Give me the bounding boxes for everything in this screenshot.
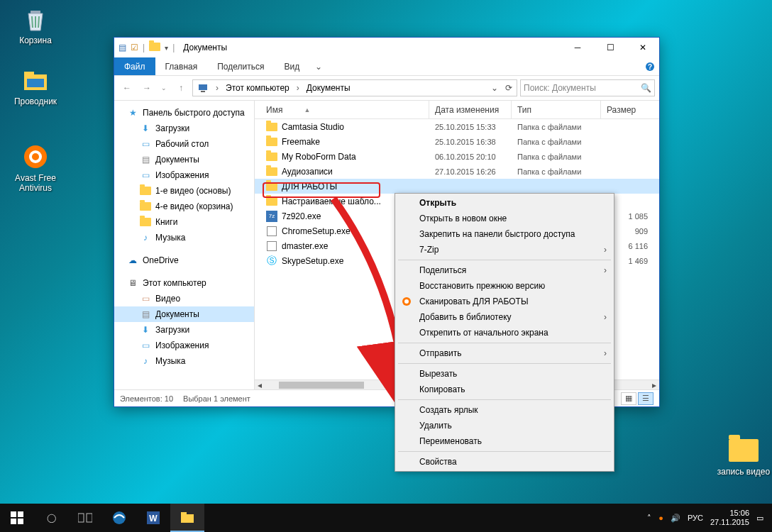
qa-icon-check[interactable]: ☑ bbox=[131, 43, 138, 52]
sidebar-item-music-pc[interactable]: ♪Музыка bbox=[114, 353, 254, 369]
svg-rect-15 bbox=[11, 519, 16, 524]
context-menu-item[interactable]: Добавить в библиотеку› bbox=[397, 309, 612, 325]
chevron-right-icon[interactable]: › bbox=[216, 83, 219, 93]
up-button[interactable]: ↑ bbox=[172, 79, 189, 96]
sidebar-item-music[interactable]: ♪Музыка bbox=[114, 230, 254, 245]
tray-volume-icon[interactable]: 🔊 bbox=[671, 514, 680, 523]
scroll-thumb[interactable] bbox=[279, 382, 364, 389]
minimize-button[interactable]: ─ bbox=[561, 38, 594, 57]
sidebar-item-folder[interactable]: Книги bbox=[114, 214, 254, 230]
tab-view[interactable]: Вид bbox=[274, 57, 309, 75]
tray-chevron-up-icon[interactable]: ˄ bbox=[647, 514, 651, 523]
sidebar-item-documents[interactable]: ▤Документы bbox=[114, 152, 254, 167]
context-menu-item[interactable]: Копировать bbox=[397, 382, 612, 397]
scroll-right-icon[interactable]: ▸ bbox=[649, 380, 659, 390]
tab-file[interactable]: Файл bbox=[114, 57, 155, 75]
file-icon bbox=[266, 166, 277, 177]
scroll-left-icon[interactable]: ◂ bbox=[255, 380, 265, 390]
context-menu-item[interactable]: Поделиться› bbox=[397, 262, 612, 278]
taskbar-edge-icon[interactable] bbox=[102, 504, 136, 532]
file-icon bbox=[266, 196, 277, 207]
tab-share[interactable]: Поделиться bbox=[207, 57, 274, 75]
desktop-icon-video-folder[interactable]: запись видео bbox=[717, 436, 771, 477]
desktop-icon-explorer[interactable]: Проводник bbox=[9, 65, 62, 106]
breadcrumb-item[interactable]: Документы bbox=[304, 83, 353, 93]
table-row[interactable]: Camtasia Studio25.10.2015 15:33Папка с ф… bbox=[255, 119, 659, 134]
maximize-button[interactable]: ☐ bbox=[594, 38, 627, 57]
sidebar-item-downloads[interactable]: ⬇Загрузки bbox=[114, 121, 254, 136]
column-type[interactable]: Тип bbox=[512, 101, 601, 118]
tray-notifications-icon[interactable]: ▭ bbox=[756, 514, 763, 523]
tray-lang[interactable]: РУС bbox=[688, 514, 703, 522]
table-row[interactable]: Freemake25.10.2015 16:38Папка с файлами bbox=[255, 134, 659, 149]
context-menu-item[interactable]: Открыть bbox=[397, 195, 612, 211]
taskbar-taskview-icon[interactable] bbox=[68, 504, 102, 532]
column-size[interactable]: Размер bbox=[601, 101, 659, 118]
sidebar-item-desktop[interactable]: ▭Рабочий стол bbox=[114, 136, 254, 152]
table-row[interactable]: ДЛЯ РАБОТЫ bbox=[255, 179, 659, 194]
help-icon[interactable]: ? bbox=[641, 57, 659, 75]
context-menu-item-label: Закрепить на панели быстрого доступа bbox=[419, 229, 575, 239]
sidebar-item-folder[interactable]: 1-е видео (основы) bbox=[114, 183, 254, 199]
back-button[interactable]: ← bbox=[118, 79, 136, 96]
context-menu-item[interactable]: Удалить bbox=[397, 418, 612, 433]
ribbon-expand-icon[interactable]: ⌄ bbox=[309, 57, 328, 75]
context-menu-item[interactable]: Отправить› bbox=[397, 345, 612, 361]
view-details-button[interactable]: ☰ bbox=[638, 392, 654, 405]
file-name: Аудиозаписи bbox=[282, 167, 333, 177]
sidebar-item-pictures-pc[interactable]: ▭Изображения bbox=[114, 338, 254, 353]
sidebar-item-downloads-pc[interactable]: ⬇Загрузки bbox=[114, 322, 254, 338]
start-button[interactable] bbox=[0, 504, 34, 532]
titlebar[interactable]: ▤ ☑ | ▾ | Документы ─ ☐ ✕ bbox=[114, 38, 659, 57]
folder-icon bbox=[140, 185, 151, 196]
sidebar-item-documents-pc[interactable]: ▤Документы bbox=[114, 306, 254, 322]
qa-icon-folder[interactable] bbox=[149, 43, 160, 53]
column-name[interactable]: Имя▲ bbox=[255, 101, 429, 118]
context-menu-item[interactable]: Открыть в новом окне bbox=[397, 211, 612, 226]
context-menu-item[interactable]: Открепить от начального экрана bbox=[397, 325, 612, 340]
desktop-icon-recycle-bin[interactable]: Корзина bbox=[9, 4, 62, 45]
sidebar-item-folder[interactable]: 4-е видео (корзина) bbox=[114, 199, 254, 214]
file-name: Настраиваемые шабло... bbox=[282, 196, 381, 206]
taskbar-word-icon[interactable]: W bbox=[136, 504, 170, 532]
qa-dropdown-icon[interactable]: ▾ bbox=[165, 44, 168, 52]
recent-button[interactable]: ⌄ bbox=[158, 79, 170, 96]
sidebar-item-pictures[interactable]: ▭Изображения bbox=[114, 167, 254, 183]
search-icon[interactable]: 🔍 bbox=[641, 83, 651, 93]
column-date[interactable]: Дата изменения bbox=[429, 101, 512, 118]
tray-avast-icon[interactable]: ● bbox=[658, 514, 663, 522]
sidebar-this-pc[interactable]: 🖥Этот компьютер bbox=[114, 275, 254, 291]
context-menu-item-label: Сканировать ДЛЯ РАБОТЫ bbox=[419, 297, 529, 306]
context-menu-item[interactable]: Сканировать ДЛЯ РАБОТЫ bbox=[397, 294, 612, 309]
close-button[interactable]: ✕ bbox=[627, 38, 659, 57]
sidebar-item-video[interactable]: ▭Видео bbox=[114, 291, 254, 306]
status-selection: Выбран 1 элемент bbox=[183, 394, 250, 403]
taskbar-explorer-icon[interactable] bbox=[170, 504, 204, 532]
breadcrumb-pc-icon[interactable] bbox=[194, 82, 211, 94]
refresh-icon[interactable]: ⟳ bbox=[502, 83, 515, 93]
context-menu-item[interactable]: Закрепить на панели быстрого доступа bbox=[397, 226, 612, 242]
svg-rect-22 bbox=[181, 514, 194, 523]
desktop-icon-avast[interactable]: Avast Free Antivirus bbox=[9, 142, 62, 193]
context-menu-item[interactable]: Вырезать bbox=[397, 366, 612, 382]
chevron-right-icon[interactable]: › bbox=[297, 83, 299, 93]
forward-button[interactable]: → bbox=[138, 79, 155, 96]
table-row[interactable]: Аудиозаписи27.10.2015 16:26Папка с файла… bbox=[255, 164, 659, 179]
table-row[interactable]: My RoboForm Data06.10.2015 20:10Папка с … bbox=[255, 149, 659, 164]
qa-icon-doc[interactable]: ▤ bbox=[118, 43, 126, 52]
sidebar-onedrive[interactable]: ☁OneDrive bbox=[114, 253, 254, 268]
breadcrumb[interactable]: › Этот компьютер › Документы ⌄ ⟳ bbox=[192, 79, 517, 96]
view-large-icons-button[interactable]: ▦ bbox=[621, 392, 636, 405]
search-input[interactable]: Поиск: Документы 🔍 bbox=[520, 79, 655, 96]
context-menu-item[interactable]: Свойства bbox=[397, 454, 612, 470]
dropdown-icon[interactable]: ⌄ bbox=[488, 83, 501, 93]
taskbar-clock[interactable]: 15:06 27.11.2015 bbox=[710, 509, 749, 527]
context-menu-item[interactable]: Восстановить прежнюю версию bbox=[397, 278, 612, 294]
sidebar-quick-access[interactable]: ★Панель быстрого доступа bbox=[114, 105, 254, 121]
context-menu-item[interactable]: Создать ярлык bbox=[397, 402, 612, 418]
taskbar-search-icon[interactable]: ◯ bbox=[34, 504, 68, 532]
context-menu-item[interactable]: Переименовать bbox=[397, 433, 612, 449]
breadcrumb-item[interactable]: Этот компьютер bbox=[223, 83, 292, 93]
tab-home[interactable]: Главная bbox=[155, 57, 208, 75]
context-menu-item[interactable]: 7-Zip› bbox=[397, 242, 612, 257]
